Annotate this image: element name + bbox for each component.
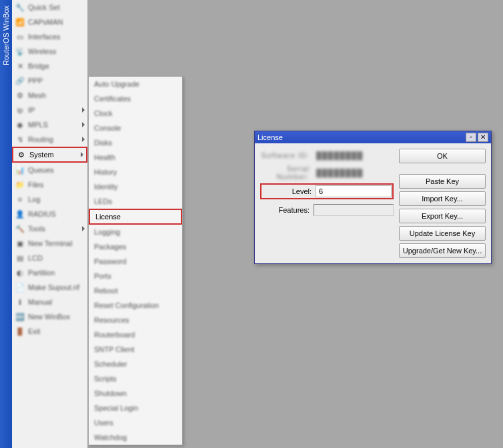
submenu-item-label: Scripts <box>94 375 117 383</box>
submenu-item-reset-configuration[interactable]: Reset Configuration <box>89 298 182 313</box>
new-winbox-icon: 🆕 <box>15 311 25 322</box>
software-id-row: Software ID: ████████ <box>260 149 394 162</box>
lcd-icon: ▤ <box>15 253 25 263</box>
export-key-button[interactable]: Export Key... <box>399 209 486 223</box>
sidebar-item-partition[interactable]: ◐Partition <box>12 265 87 280</box>
sidebar-item-files[interactable]: 📁Files <box>12 177 87 192</box>
submenu-item-license[interactable]: License <box>89 209 182 225</box>
sidebar-item-label: Log <box>28 195 85 203</box>
features-row: Features: <box>260 203 394 217</box>
queues-icon: 📊 <box>15 165 25 175</box>
submenu-item-sntp-client[interactable]: SNTP Client <box>89 342 182 357</box>
submenu-item-label: Auto Upgrade <box>94 80 139 88</box>
submenu-item-resources[interactable]: Resources <box>89 313 182 327</box>
sidebar-item-label: MPLS <box>28 121 82 129</box>
sidebar-item-label: RADIUS <box>28 210 85 218</box>
minimize-icon[interactable]: ▫ <box>466 133 476 142</box>
sidebar-item-system[interactable]: ⚙System <box>12 147 87 163</box>
paste-key-button[interactable]: Paste Key <box>399 174 486 189</box>
submenu-item-label: Health <box>94 153 115 161</box>
files-icon: 📁 <box>15 179 25 190</box>
submenu-item-routerboard[interactable]: Routerboard <box>89 327 182 342</box>
submenu-item-history[interactable]: History <box>89 165 182 179</box>
submenu-item-users[interactable]: Users <box>89 415 182 430</box>
submenu-item-clock[interactable]: Clock <box>89 106 182 121</box>
sidebar-item-interfaces[interactable]: ▭Interfaces <box>12 29 87 44</box>
submenu-item-shutdown[interactable]: Shutdown <box>89 386 182 401</box>
software-id-label: Software ID: <box>260 151 314 159</box>
sidebar-item-capsman[interactable]: 📶CAPsMAN <box>12 15 87 29</box>
app-title-bar: RouterOS WinBox <box>0 0 12 448</box>
sidebar-item-label: Quick Set <box>28 3 85 11</box>
sidebar-item-exit[interactable]: 🚪Exit <box>12 324 87 339</box>
app-title: RouterOS WinBox <box>2 5 10 65</box>
update-license-button[interactable]: Update License Key <box>399 226 486 241</box>
level-row: Level: 6 <box>260 183 394 199</box>
sidebar-item-new-winbox[interactable]: 🆕New WinBox <box>12 309 87 324</box>
submenu-item-disks[interactable]: Disks <box>89 135 182 150</box>
make-supout-rif-icon: 📄 <box>15 282 25 293</box>
sidebar-item-quick-set[interactable]: 🔧Quick Set <box>12 0 87 15</box>
submenu-item-identity[interactable]: Identity <box>89 179 182 194</box>
license-dialog: License ▫ ✕ Software ID: ████████ Serial… <box>254 131 492 264</box>
sidebar-item-label: Exit <box>28 327 85 335</box>
sidebar-item-label: IP <box>28 106 82 114</box>
bridge-icon: ✕ <box>15 61 25 71</box>
sidebar-item-queues[interactable]: 📊Queues <box>12 163 87 177</box>
submenu-item-console[interactable]: Console <box>89 121 182 135</box>
sidebar-item-log[interactable]: ≡Log <box>12 192 87 207</box>
sidebar-item-new-terminal[interactable]: ▣New Terminal <box>12 236 87 251</box>
mpls-icon: ◉ <box>15 119 25 130</box>
submenu-item-leds[interactable]: LEDs <box>89 194 182 209</box>
sidebar-item-mesh[interactable]: ⚙Mesh <box>12 88 87 103</box>
sidebar-item-manual[interactable]: ℹManual <box>12 295 87 309</box>
sidebar-item-label: Wireless <box>28 47 85 55</box>
submenu-item-auto-upgrade[interactable]: Auto Upgrade <box>89 77 182 91</box>
upgrade-get-button[interactable]: Upgrade/Get New Key... <box>399 243 486 258</box>
system-submenu: Auto UpgradeCertificatesClockConsoleDisk… <box>88 76 183 445</box>
sidebar-item-ppp[interactable]: 🔗PPP <box>12 73 87 88</box>
sidebar-item-ip[interactable]: ipIP <box>12 103 87 117</box>
submenu-item-packages[interactable]: Packages <box>89 239 182 254</box>
submenu-item-special-login[interactable]: Special Login <box>89 401 182 415</box>
level-value[interactable]: 6 <box>316 185 392 197</box>
sidebar-item-lcd[interactable]: ▤LCD <box>12 251 87 265</box>
submenu-item-health[interactable]: Health <box>89 150 182 165</box>
software-id-value: ████████ <box>314 149 394 161</box>
submenu-item-label: Disks <box>94 139 112 147</box>
radius-icon: 👤 <box>15 209 25 219</box>
submenu-item-label: Identity <box>94 183 117 191</box>
system-icon: ⚙ <box>16 149 27 160</box>
close-icon[interactable]: ✕ <box>478 133 488 142</box>
submenu-item-certificates[interactable]: Certificates <box>89 91 182 106</box>
sidebar-item-routing[interactable]: ↯Routing <box>12 132 87 147</box>
submenu-item-ports[interactable]: Ports <box>89 269 182 283</box>
sidebar-item-label: PPP <box>28 77 85 85</box>
submenu-item-password[interactable]: Password <box>89 254 182 269</box>
dialog-titlebar[interactable]: License ▫ ✕ <box>255 131 491 143</box>
submenu-item-logging[interactable]: Logging <box>89 225 182 239</box>
sidebar-item-tools[interactable]: 🔨Tools <box>12 221 87 236</box>
mesh-icon: ⚙ <box>15 90 25 101</box>
sidebar: 🔧Quick Set📶CAPsMAN▭Interfaces📡Wireless✕B… <box>12 0 88 448</box>
sidebar-item-label: CAPsMAN <box>28 18 85 26</box>
sidebar-item-radius[interactable]: 👤RADIUS <box>12 207 87 221</box>
sidebar-item-label: Files <box>28 181 85 189</box>
submenu-item-watchdog[interactable]: Watchdog <box>89 430 182 445</box>
sidebar-item-wireless[interactable]: 📡Wireless <box>12 44 87 59</box>
sidebar-item-label: Interfaces <box>28 33 85 41</box>
submenu-item-reboot[interactable]: Reboot <box>89 283 182 298</box>
sidebar-item-label: LCD <box>28 254 85 262</box>
sidebar-item-make-supout-rif[interactable]: 📄Make Supout.rif <box>12 280 87 295</box>
sidebar-item-bridge[interactable]: ✕Bridge <box>12 59 87 73</box>
submenu-item-scripts[interactable]: Scripts <box>89 371 182 386</box>
sidebar-item-label: Tools <box>28 225 82 233</box>
dialog-title: License <box>258 133 464 141</box>
sidebar-item-mpls[interactable]: ◉MPLS <box>12 117 87 132</box>
exit-icon: 🚪 <box>15 326 25 337</box>
button-column: OK Paste Key Import Key... Export Key...… <box>399 149 486 258</box>
ok-button[interactable]: OK <box>399 149 486 163</box>
sidebar-item-label: New WinBox <box>28 313 85 321</box>
import-key-button[interactable]: Import Key... <box>399 191 486 206</box>
submenu-item-scheduler[interactable]: Scheduler <box>89 357 182 371</box>
